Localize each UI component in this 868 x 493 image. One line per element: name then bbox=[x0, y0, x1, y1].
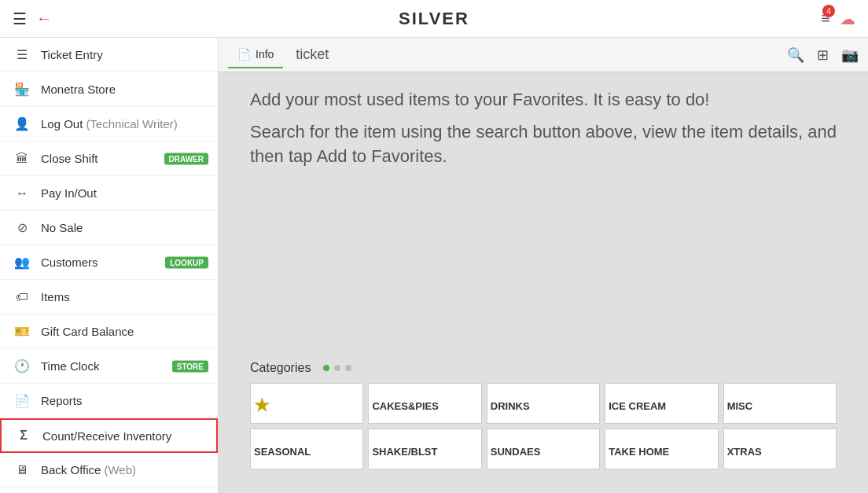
category-label-favorites: ★ bbox=[251, 388, 273, 423]
category-btn-favorites[interactable]: ★ bbox=[250, 383, 363, 424]
back-arrow-icon[interactable]: ← bbox=[36, 9, 52, 28]
dot-indicators bbox=[323, 365, 351, 371]
sidebar: ☰ Ticket Entry 🏪 Monetra Store 👤 Log Out… bbox=[0, 38, 219, 493]
sidebar-item-pay-in-out[interactable]: ↔ Pay In/Out bbox=[0, 176, 218, 211]
log-out-icon: 👤 bbox=[13, 116, 31, 131]
star-icon: ★ bbox=[254, 396, 270, 416]
category-btn-xtras[interactable]: XTRAS bbox=[723, 429, 837, 469]
sidebar-label-back-office: Back Office bbox=[41, 463, 101, 476]
sidebar-label-no-sale: No Sale bbox=[41, 221, 83, 234]
sidebar-item-back-office[interactable]: 🖥 Back Office (Web) bbox=[0, 453, 218, 487]
app-title: SILVER bbox=[399, 9, 469, 29]
ticket-entry-icon: ☰ bbox=[13, 47, 31, 62]
category-btn-misc[interactable]: MISC bbox=[723, 383, 837, 424]
category-btn-take-home[interactable]: TAKE HOME bbox=[605, 429, 718, 469]
sidebar-sublabel-back-office: (Web) bbox=[104, 463, 136, 476]
time-clock-badge: STORE bbox=[172, 360, 208, 372]
content-body: Add your most used items to your Favorit… bbox=[219, 72, 868, 493]
sidebar-item-customers[interactable]: 👥 Customers LOOKUP bbox=[0, 245, 218, 280]
customers-badge: LOOKUP bbox=[165, 256, 208, 268]
category-btn-ice-cream[interactable]: ICE CREAM bbox=[605, 383, 718, 424]
category-label-take-home: TAKE HOME bbox=[605, 434, 672, 469]
sidebar-label-count-receive-inventory: Count/Receive Inventory bbox=[42, 429, 171, 443]
category-row-1: ★ CAKES&PIES DRINKS bbox=[250, 383, 837, 424]
items-icon: 🏷 bbox=[13, 290, 31, 304]
sidebar-item-items[interactable]: 🏷 Items bbox=[0, 280, 218, 315]
category-btn-seasonal[interactable]: SEASONAL bbox=[250, 429, 363, 469]
category-btn-cakes-pies[interactable]: CAKES&PIES bbox=[368, 383, 481, 424]
tab-info[interactable]: 📄 Info bbox=[228, 42, 283, 68]
close-shift-icon: 🏛 bbox=[13, 152, 31, 166]
sidebar-label-items: Items bbox=[41, 290, 70, 304]
sidebar-item-gift-card-balance[interactable]: 🎫 Gift Card Balance bbox=[0, 315, 218, 349]
ticket-label: ticket bbox=[296, 46, 329, 63]
dot-1 bbox=[323, 365, 329, 371]
category-label-xtras: XTRAS bbox=[724, 434, 765, 469]
categories-header: Categories bbox=[250, 361, 837, 375]
notification-icon[interactable]: ≡ 4 bbox=[821, 9, 830, 28]
gift-card-icon: 🎫 bbox=[13, 324, 31, 339]
categories-grid: ★ CAKES&PIES DRINKS bbox=[250, 383, 837, 469]
header: ☰ ← SILVER ≡ 4 ☁ bbox=[0, 0, 868, 38]
sidebar-label-monetra-store: Monetra Store bbox=[41, 83, 116, 96]
reports-icon: 📄 bbox=[13, 393, 31, 408]
category-btn-sundaes[interactable]: SUNDAES bbox=[487, 429, 600, 469]
main-container: ☰ Ticket Entry 🏪 Monetra Store 👤 Log Out… bbox=[0, 38, 868, 493]
tab-info-label: Info bbox=[256, 48, 274, 61]
hamburger-icon[interactable]: ☰ bbox=[13, 9, 27, 28]
header-left: ☰ ← bbox=[13, 9, 52, 28]
tabs-bar: 📄 Info ticket 🔍 ⊞ 📷 bbox=[219, 38, 868, 72]
category-label-seasonal: SEASONAL bbox=[251, 434, 314, 469]
categories-label: Categories bbox=[250, 361, 311, 375]
category-label-ice-cream: ICE CREAM bbox=[605, 388, 669, 423]
camera-icon[interactable]: 📷 bbox=[841, 46, 859, 64]
category-row-2: SEASONAL SHAKE/BLST SUNDAES TAKE HO bbox=[250, 429, 837, 469]
content-area: 📄 Info ticket 🔍 ⊞ 📷 Add your most used i… bbox=[219, 38, 868, 493]
categories-section: Categories ★ bbox=[250, 361, 837, 477]
sidebar-item-ticket-entry[interactable]: ☰ Ticket Entry bbox=[0, 38, 218, 72]
no-sale-icon: ⊘ bbox=[13, 220, 31, 235]
sidebar-label-close-shift: Close Shift bbox=[41, 152, 98, 165]
sidebar-item-time-clock[interactable]: 🕐 Time Clock STORE bbox=[0, 349, 218, 384]
sidebar-item-monetra-store[interactable]: 🏪 Monetra Store bbox=[0, 72, 218, 107]
cloud-icon[interactable]: ☁ bbox=[840, 9, 855, 28]
pay-in-out-icon: ↔ bbox=[13, 186, 31, 201]
customers-icon: 👥 bbox=[13, 255, 31, 270]
sidebar-label-log-out: Log Out bbox=[41, 117, 83, 131]
category-label-misc: MISC bbox=[724, 388, 756, 423]
favorites-message: Add your most used items to your Favorit… bbox=[250, 88, 837, 112]
sidebar-label-ticket-entry: Ticket Entry bbox=[41, 48, 103, 61]
sidebar-label-gift-card-balance: Gift Card Balance bbox=[41, 325, 134, 338]
dot-3 bbox=[345, 365, 351, 371]
sidebar-item-no-sale[interactable]: ⊘ No Sale bbox=[0, 211, 218, 245]
category-btn-shake-blst[interactable]: SHAKE/BLST bbox=[368, 429, 481, 469]
sidebar-item-help[interactable]: ❓ Help (Web) SETTINGS bbox=[0, 487, 218, 493]
favorites-message-2: Search for the item using the search but… bbox=[250, 120, 837, 169]
back-office-icon: 🖥 bbox=[13, 463, 31, 477]
tabs-right-actions: 🔍 ⊞ 📷 bbox=[787, 46, 859, 64]
sidebar-item-reports[interactable]: 📄 Reports bbox=[0, 384, 218, 418]
close-shift-badge: DRAWER bbox=[164, 153, 208, 164]
category-label-shake-blst: SHAKE/BLST bbox=[369, 434, 440, 469]
count-receive-inventory-icon: Σ bbox=[14, 429, 33, 443]
monetra-store-icon: 🏪 bbox=[13, 82, 31, 97]
sidebar-item-count-receive-inventory[interactable]: Σ Count/Receive Inventory bbox=[0, 418, 218, 453]
header-right: ≡ 4 ☁ bbox=[821, 9, 855, 28]
sidebar-item-log-out[interactable]: 👤 Log Out (Technical Writer) bbox=[0, 107, 218, 142]
category-label-sundaes: SUNDAES bbox=[487, 434, 544, 469]
category-label-drinks: DRINKS bbox=[487, 388, 533, 423]
grid-view-icon[interactable]: ⊞ bbox=[817, 46, 829, 64]
dot-2 bbox=[334, 365, 340, 371]
tab-info-icon: 📄 bbox=[237, 48, 251, 61]
sidebar-label-reports: Reports bbox=[41, 394, 83, 407]
sidebar-item-close-shift[interactable]: 🏛 Close Shift DRAWER bbox=[0, 142, 218, 176]
sidebar-label-customers: Customers bbox=[41, 256, 98, 269]
search-icon[interactable]: 🔍 bbox=[787, 46, 804, 64]
category-btn-drinks[interactable]: DRINKS bbox=[487, 383, 600, 424]
sidebar-label-time-clock: Time Clock bbox=[41, 359, 99, 373]
time-clock-icon: 🕐 bbox=[13, 359, 31, 373]
sidebar-label-pay-in-out: Pay In/Out bbox=[41, 186, 97, 200]
notification-badge: 4 bbox=[822, 5, 835, 17]
sidebar-sublabel-log-out: (Technical Writer) bbox=[86, 117, 177, 131]
category-label-cakes-pies: CAKES&PIES bbox=[369, 388, 442, 423]
